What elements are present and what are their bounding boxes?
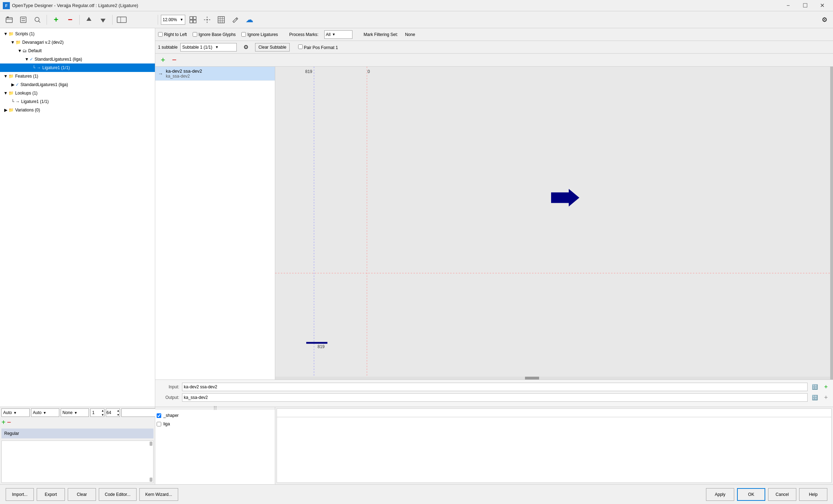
fit-view-button[interactable] [187,13,199,26]
canvas-arrow [551,187,579,209]
shaper-checkbox[interactable] [157,413,161,418]
svg-rect-13 [193,20,196,23]
output-copy-btn[interactable]: 🔠 [810,393,819,402]
ignore-base-option[interactable]: Ignore Base Glyphs [193,32,236,37]
dropdown-d2[interactable]: Auto ▼ [31,408,59,417]
clear-subtable-button[interactable]: Clear Subtable [255,43,289,51]
svg-marker-32 [551,189,579,206]
ignore-lig-checkbox[interactable] [241,32,246,37]
pair-pos-checkbox[interactable] [298,44,303,49]
ok-button[interactable]: OK [737,488,765,501]
right-to-left-checkbox[interactable] [158,32,163,37]
tree-item-lig1b[interactable]: └ → Ligature1 (1/1) [0,97,155,106]
spinner-2-down[interactable]: ▼ [117,413,120,417]
scroll-top-indicator [150,442,152,446]
input-add-btn[interactable]: + [822,383,830,391]
tree-item-scripts[interactable]: ▼ 📁 Scripts (1) [0,30,155,38]
lookup-options-button[interactable] [115,13,128,26]
output-add-btn[interactable]: + [822,393,830,402]
toolbar-btn-2[interactable] [17,13,30,26]
move-down-button[interactable] [97,13,109,26]
spinner-1-down[interactable]: ▼ [101,413,104,417]
spinner-2[interactable]: ▲ ▼ [106,408,120,417]
import-button[interactable]: Import... [6,488,34,501]
input-copy-btn[interactable]: 🔠 [810,383,819,391]
ignore-base-label: Ignore Base Glyphs [199,32,236,37]
spinner-2-up[interactable]: ▲ [117,408,120,413]
tree-item-lookups[interactable]: ▼ 📁 Lookups (1) [0,89,155,97]
tree-label-std-lig2: StandardLigatures1 (liga) [20,82,68,87]
tree-label-devanagari: Devanagari v.2 (dev2) [22,40,64,45]
tree-item-devanagari[interactable]: ▼ 📁 Devanagari v.2 (dev2) [0,38,155,47]
lig-row-0[interactable]: → ka-dev2 ssa-dev2 ka_ssa-dev2 [155,67,275,81]
process-marks-dropdown[interactable]: All ▼ [324,30,352,39]
ignore-base-checkbox[interactable] [193,32,197,37]
subtable-dropdown[interactable]: Subtable 1 (1/1) ▼ [180,43,237,51]
dropdown-d3[interactable]: None ▼ [61,408,89,417]
toolbar-btn-3[interactable] [31,13,44,26]
right-panel: Right to Left Ignore Base Glyphs Ignore … [155,28,833,407]
minimize-button[interactable]: − [780,0,796,11]
subtable-current: Subtable 1 (1/1) [182,45,212,50]
input-field[interactable] [182,383,808,391]
scrollbar-handle[interactable] [830,67,833,379]
lig-split: → ka-dev2 ssa-dev2 ka_ssa-dev2 [155,67,833,379]
grid-button[interactable] [215,13,228,26]
edit-button[interactable] [229,13,242,26]
close-button[interactable]: ✕ [814,0,830,11]
settings-button[interactable]: ⚙ [819,14,830,25]
cloud-button[interactable]: ☁ [243,13,256,26]
code-editor-button[interactable]: Code Editor... [99,488,137,501]
expand-icon-features: ▼ [3,74,8,79]
clear-label: Clear [77,492,87,497]
code-editor-label: Code Editor... [105,492,131,497]
scroll-indicators [2,441,153,482]
ignore-lig-option[interactable]: Ignore Ligatures [241,32,278,37]
cancel-button[interactable]: Cancel [768,488,796,501]
maximize-button[interactable]: ☐ [797,0,813,11]
tree-item-lig1[interactable]: └ → Ligature1 (1/1) [0,63,155,72]
svg-point-14 [206,19,208,20]
pair-pos-option[interactable]: Pair Pos Format 1 [298,44,338,50]
zoom-dropdown[interactable]: 12.00% ▼ [161,15,185,25]
help-button[interactable]: Help [799,488,827,501]
plus-btn-bottom[interactable]: + [1,418,6,426]
add-ligature-button[interactable]: + [158,55,168,65]
move-up-button[interactable] [83,13,95,26]
del-ligature-button[interactable]: − [169,55,179,65]
subtable-settings-btn[interactable]: ⚙ [240,41,252,54]
center-button[interactable] [201,13,213,26]
add-lookup-button[interactable]: + [50,13,62,26]
output-field[interactable] [182,393,808,402]
del-lookup-button[interactable]: − [64,13,77,26]
liga-checkbox[interactable] [157,422,161,426]
dropdown-d1[interactable]: Auto ▼ [1,408,30,417]
bottom-right-input[interactable] [277,409,831,417]
kern-wizard-label: Kern Wizard... [145,492,172,497]
spinner-2-input[interactable] [106,410,117,415]
lig-output-0: ka_ssa-dev2 [166,74,202,79]
clear-button[interactable]: Clear [68,488,96,501]
bottom-right-area [277,408,832,483]
check-liga[interactable]: liga [157,420,273,428]
regular-item[interactable]: Regular [1,429,153,438]
right-to-left-option[interactable]: Right to Left [158,32,187,37]
kern-wizard-button[interactable]: Kern Wizard... [139,488,178,501]
bottom-bar: Auto ▼ Auto ▼ None ▼ ▲ ▼ ▲ [0,407,833,484]
tree-item-std-lig2[interactable]: ▶ ✓ StandardLigatures1 (liga) [0,80,155,89]
spinner-1-input[interactable] [91,410,101,415]
del-btn-bottom[interactable]: − [7,418,11,426]
spinner-1[interactable]: ▲ ▼ [90,408,104,417]
tree-item-variations[interactable]: ▶ 📁 Variations (0) [0,106,155,114]
hscroll-thumb[interactable] [525,377,539,379]
check-shaper[interactable]: _shaper [157,411,273,420]
export-button[interactable]: Export [37,488,65,501]
drag-handle-v[interactable]: ⠿ [155,407,275,410]
apply-button[interactable]: Apply [706,488,734,501]
right-to-left-label: Right to Left [164,32,187,37]
tree-item-std-lig[interactable]: ▼ ✓ StandardLigatures1 (liga) [0,55,155,63]
spinner-1-up[interactable]: ▲ [101,408,104,413]
tree-item-features[interactable]: ▼ 📁 Features (1) [0,72,155,80]
tree-item-default[interactable]: ▼ 🗂 Default [0,47,155,55]
toolbar-btn-1[interactable] [3,13,16,26]
